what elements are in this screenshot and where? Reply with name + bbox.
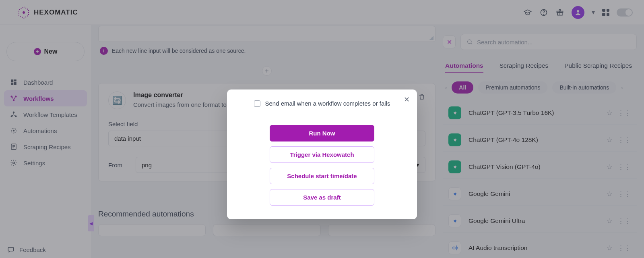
- schedule-button[interactable]: Schedule start time/date: [270, 168, 374, 184]
- run-modal: ✕ Send email when a workflow completes o…: [227, 89, 417, 219]
- run-now-button[interactable]: Run Now: [270, 125, 374, 141]
- close-icon[interactable]: ✕: [404, 95, 410, 104]
- email-checkbox-row[interactable]: Send email when a workflow completes or …: [239, 100, 405, 107]
- checkbox-label: Send email when a workflow completes or …: [265, 100, 390, 107]
- trigger-hexowatch-button[interactable]: Trigger via Hexowatch: [270, 146, 374, 163]
- checkbox[interactable]: [254, 100, 260, 107]
- save-draft-button[interactable]: Save as draft: [270, 189, 374, 206]
- modal-overlay[interactable]: ✕ Send email when a workflow completes o…: [0, 0, 644, 258]
- divider: [239, 115, 405, 115]
